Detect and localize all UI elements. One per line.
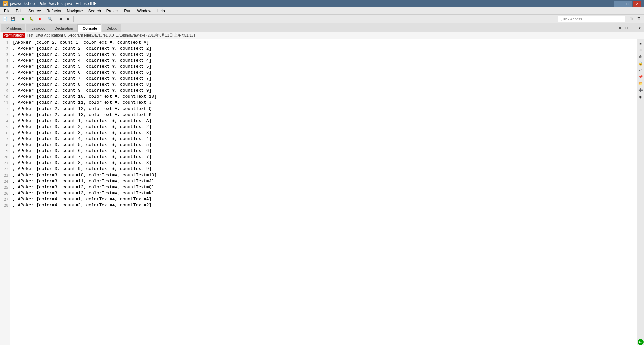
console-line-17: , APoker [color=3, count=4, colorText=♠,… (13, 136, 634, 142)
console-line-12: , APoker [color=2, count=12, colorText=♥… (13, 106, 634, 112)
console-output[interactable]: [APoker [color=2, count=1, colorText=♥, … (10, 39, 637, 345)
console-line-1: [APoker [color=2, count=1, colorText=♥, … (13, 40, 634, 46)
tab-toolbar-btn-1[interactable]: □ (623, 25, 629, 31)
tab-toolbar-btn-3[interactable]: ▾ (637, 25, 643, 31)
line-number-6: 6 (0, 70, 10, 76)
tab-toolbar-btn-0[interactable]: ✕ (616, 25, 623, 31)
window-controls: ─ □ ✕ (614, 1, 641, 7)
line-number-12: 12 (0, 106, 10, 112)
new-console-button[interactable]: ➕ (638, 87, 644, 93)
menu-item-navigate[interactable]: Navigate (64, 8, 85, 14)
prev-button[interactable]: ◀ (57, 16, 64, 22)
declaration-tab-label: Declaration (54, 26, 73, 30)
line-number-14: 14 (0, 118, 10, 124)
search-button[interactable]: 🔍 (46, 16, 54, 22)
display-button[interactable]: ◉ (638, 94, 644, 100)
tab-console[interactable]: Console (77, 24, 101, 32)
line-number-1: 1 (0, 40, 10, 46)
open-console-button[interactable]: 📂 (638, 80, 644, 86)
console-line-11: , APoker [color=2, count=11, colorText=♥… (13, 100, 634, 106)
debug-tab-label: Debug (107, 26, 117, 30)
console-line-26: , APoker [color=3, count=13, colorText=♠… (13, 190, 634, 196)
maximize-button[interactable]: □ (623, 1, 632, 7)
console-line-28: , APoker [color=4, count=2, colorText=♣,… (13, 202, 634, 208)
console-line-22: , APoker [color=3, count=9, colorText=♠,… (13, 166, 634, 172)
line-number-13: 13 (0, 112, 10, 118)
tab-toolbar-right: ✕□─▾ (616, 25, 643, 32)
word-wrap-button[interactable]: ↵ (638, 67, 644, 73)
terminate-button[interactable]: ■ (638, 40, 644, 46)
console-line-7: , APoker [color=2, count=7, colorText=♥,… (13, 76, 634, 82)
line-number-5: 5 (0, 64, 10, 70)
line-number-24: 24 (0, 178, 10, 184)
line-number-11: 11 (0, 100, 10, 106)
menu-item-edit[interactable]: Edit (13, 8, 25, 14)
javadoc-tab-label: Javadoc (31, 26, 45, 30)
tab-debug[interactable]: Debug (102, 24, 121, 32)
line-number-23: 23 (0, 172, 10, 178)
clear-button[interactable]: 🗑 (638, 54, 644, 60)
remove-button[interactable]: ✕ (638, 47, 644, 53)
menu-item-search[interactable]: Search (86, 8, 104, 14)
console-tab-label: Console (83, 26, 97, 30)
line-number-20: 20 (0, 154, 10, 160)
close-button[interactable]: ✕ (633, 1, 641, 7)
line-number-15: 15 (0, 124, 10, 130)
tab-declaration[interactable]: Declaration (49, 24, 77, 32)
line-number-21: 21 (0, 160, 10, 166)
menu-item-refactor[interactable]: Refactor (44, 8, 64, 14)
line-number-9: 9 (0, 88, 10, 94)
tab-javadoc[interactable]: Javadoc (26, 24, 49, 32)
menu-item-window[interactable]: Window (134, 8, 154, 14)
console-line-4: , APoker [color=2, count=4, colorText=♥,… (13, 58, 634, 64)
title-bar: ☕ javaworkshop - Poker/src/Test.java - E… (0, 0, 644, 7)
notification-badge[interactable]: 45 (638, 339, 644, 345)
terminated-badge: <terminated> (3, 33, 25, 38)
console-line-8: , APoker [color=2, count=8, colorText=♥,… (13, 82, 634, 88)
console-line-10: , APoker [color=2, count=10, colorText=♥… (13, 94, 634, 100)
menu-item-run[interactable]: Run (121, 8, 134, 14)
console-line-2: , APoker [color=2, count=2, colorText=♥,… (13, 46, 634, 52)
menu-item-file[interactable]: File (1, 8, 13, 14)
line-number-10: 10 (0, 94, 10, 100)
next-button[interactable]: ▶ (65, 16, 72, 22)
line-number-25: 25 (0, 184, 10, 190)
console-line-15: , APoker [color=3, count=2, colorText=♠,… (13, 124, 634, 130)
console-line-16: , APoker [color=3, count=3, colorText=♠,… (13, 130, 634, 136)
perspective-button[interactable]: ⊞ (627, 16, 635, 22)
line-number-3: 3 (0, 52, 10, 58)
menu-bar: FileEditSourceRefactorNavigateSearchProj… (0, 7, 644, 15)
console-line-6: , APoker [color=2, count=6, colorText=♥,… (13, 70, 634, 76)
app-icon: ☕ (3, 1, 8, 6)
separator-3 (55, 16, 55, 22)
minimize-button[interactable]: ─ (614, 1, 623, 7)
view-button[interactable]: ☰ (635, 16, 643, 22)
line-number-16: 16 (0, 130, 10, 136)
quick-access-label: Quick Access (560, 17, 582, 21)
pin-button[interactable]: 📌 (638, 74, 644, 80)
menu-item-source[interactable]: Source (25, 8, 44, 14)
save-button[interactable]: 💾 (9, 16, 17, 22)
line-number-26: 26 (0, 190, 10, 196)
line-number-17: 17 (0, 136, 10, 142)
menu-item-help[interactable]: Help (154, 8, 168, 14)
tab-bar: ProblemsJavadocDeclarationConsoleDebug✕□… (0, 23, 644, 32)
separator-4 (73, 16, 74, 22)
quick-access-input[interactable]: Quick Access (558, 16, 625, 22)
tab-problems[interactable]: Problems (1, 24, 25, 32)
separator-1 (18, 16, 18, 22)
menu-item-project[interactable]: Project (104, 8, 121, 14)
scroll-lock-button[interactable]: 🔒 (638, 60, 644, 66)
toolbar: 📄 💾 ▶ 🐛 ■ 🔍 ◀ ▶ Quick Access ⊞ ☰ (0, 15, 644, 23)
console-line-3: , APoker [color=2, count=3, colorText=♥,… (13, 52, 634, 58)
console-line-27: , APoker [color=4, count=1, colorText=♣,… (13, 196, 634, 202)
tab-toolbar-btn-2[interactable]: ─ (630, 25, 636, 31)
debug-run-button[interactable]: 🐛 (28, 16, 35, 22)
line-number-18: 18 (0, 142, 10, 148)
run-button[interactable]: ▶ (20, 16, 27, 22)
new-button[interactable]: 📄 (1, 16, 9, 22)
separator-2 (45, 16, 45, 22)
console-line-21: , APoker [color=3, count=8, colorText=♠,… (13, 160, 634, 166)
stop-button[interactable]: ■ (36, 16, 43, 22)
console-line-24: , APoker [color=3, count=11, colorText=♠… (13, 178, 634, 184)
